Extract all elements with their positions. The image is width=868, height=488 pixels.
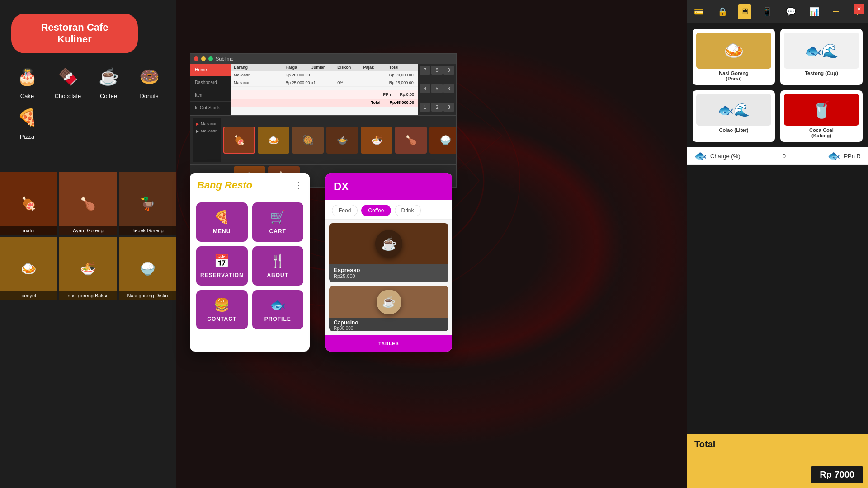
category-item[interactable]: 🎂 Cake [9,63,45,99]
burger-icon: 🍔 [214,297,230,312]
row-total: Rp.25,000.00 [389,80,415,85]
dx-capucino-item[interactable]: ☕ Capucino Rp30,000 [329,286,448,331]
food-item[interactable]: 🍛 penyet [0,237,57,300]
brand-button[interactable]: Restoran Cafe Kuliner [11,14,138,53]
pos-total-row: Total Rp.45,000.00 [231,99,418,107]
close-dot[interactable] [194,56,198,61]
col-harga: Harga [286,65,311,70]
ppn-label: PPn R [844,153,861,160]
row-jumlah: x1 [311,80,337,85]
menu-item-colao[interactable]: 🐟🌊 Colao (Liter) [693,90,775,142]
gallery-sidebar-label: Makanan [201,122,217,126]
numpad-1[interactable]: 1 [420,103,430,112]
col-item: Barang [234,65,286,70]
right-total-section: Total Rp 7000 [687,434,868,488]
sidebar-item-item[interactable]: Item [190,89,231,102]
row-total: Rp.20,000.00 [389,73,415,77]
menu-item-nasi-goreng[interactable]: 🍛 Nasi Goreng(Porsi) [693,29,775,85]
food-label: Ayam Goreng [59,226,117,235]
category-item[interactable]: ☕ Coffee [90,63,127,99]
calendar-icon: 📅 [214,253,230,268]
cart-icon: 🛒 [270,210,286,225]
menu-icon[interactable]: ☰ [830,4,842,19]
numpad-4[interactable]: 4 [420,84,430,93]
row-item: Makanan [234,80,286,85]
numpad-2[interactable]: 2 [431,103,442,112]
table-row[interactable]: Makanan Rp.25,000.00 x1 0% Rp.25,000.00 [231,79,418,87]
lock-icon[interactable]: 🔒 [715,4,730,19]
food-item[interactable]: 🍜 nasi goreng Bakso [59,237,117,300]
dx-espresso-item[interactable]: ☕ Espresso Rp25,000 [329,223,448,282]
gallery-sidebar: ▶ Makanan ▶ Makanan [193,118,221,162]
food-label: inalui [0,226,57,235]
category-item[interactable]: 🍫 Chocolate [50,63,86,99]
menu-item-testong[interactable]: 🐟🌊 Testong (Cup) [780,29,863,85]
food-item[interactable]: 🍚 Nasi goreng Disko [119,237,176,300]
gallery-img[interactable]: 🥘 [292,127,324,154]
bang-resto-reservation-btn[interactable]: 📅 RESERVATION [196,246,248,286]
sidebar-item-home[interactable]: Home [190,64,231,76]
tab-coffee[interactable]: Coffee [361,205,391,216]
col-jumlah: Jumlah [311,65,337,70]
numpad-9[interactable]: 9 [443,66,454,75]
cart-label: CART [269,228,286,235]
testong-name: Testong (Cup) [805,70,838,76]
numpad-3[interactable]: 3 [443,103,454,112]
gallery-img[interactable]: 🍜 [361,127,392,154]
table-row[interactable]: Makanan Rp.20,000.00 Rp.20,000.00 [231,71,418,79]
bang-resto-contact-btn[interactable]: 🍔 CONTACT [196,290,248,329]
sidebar-item-in-out-stock[interactable]: In Out Stock [190,102,231,114]
tab-food[interactable]: Food [332,205,358,216]
close-button[interactable]: ✕ [854,4,864,14]
bang-resto-profile-btn[interactable]: 🐟 PROFILE [252,290,304,329]
dx-tabs: Food Coffee Drink [326,200,452,220]
gallery-img[interactable]: 🍖 [223,127,255,154]
gallery-sidebar-makanan2[interactable]: ▶ Makanan [195,127,219,135]
total-amount: Rp 7000 [811,466,863,483]
numpad-8[interactable]: 8 [431,66,442,75]
food-item[interactable]: 🦆 Bebek Goreng [119,172,176,235]
cashier-icon[interactable]: 💳 [691,4,707,19]
numpad-6[interactable]: 6 [443,84,454,93]
chart-icon[interactable]: 📊 [807,4,822,19]
espresso-name: Espresso [334,267,444,273]
category-item[interactable]: 🍩 Donuts [131,63,167,99]
charge-label-group: 🐟 Charge (%) [694,150,740,162]
right-panel: ✕ 💳 🔒 🖥 📱 💬 📊 ☰ ⋮ 🍛 Nasi Goreng(Porsi) 🐟… [687,0,868,488]
gallery-img[interactable]: 🍚 [429,127,457,154]
food-label: nasi goreng Bakso [59,291,117,300]
bang-resto-about-btn[interactable]: 🍴 ABOUT [252,246,304,286]
colao-image: 🐟🌊 [696,94,771,126]
gallery-img[interactable]: 🍛 [258,127,289,154]
category-item[interactable]: 🍕 Pizza [9,104,45,140]
right-toolbar: 💳 🔒 🖥 📱 💬 📊 ☰ ⋮ [687,0,868,23]
gallery-img[interactable]: 🍲 [326,127,358,154]
chat-icon[interactable]: 💬 [783,4,798,19]
maximize-dot[interactable] [208,56,213,61]
numpad-5[interactable]: 5 [431,84,442,93]
gallery-img[interactable]: 🍗 [395,127,427,154]
category-label: Chocolate [55,93,81,99]
tab-drink[interactable]: Drink [395,205,421,216]
food-item[interactable]: 🍗 Ayam Goreng [59,172,117,235]
pos-title: Sublime [216,56,234,61]
bang-resto-menu-btn[interactable]: 🍕 MENU [196,202,248,242]
menu-item-coca-coal[interactable]: 🥤 Coca Coal(Kaleng) [780,90,863,142]
bang-resto-header: Bang Resto ⋮ [190,173,310,196]
charge-row: 🐟 Charge (%) 0 🐟 PPn R [687,147,868,165]
numpad-7[interactable]: 7 [420,66,430,75]
minimize-dot[interactable] [201,56,206,61]
pizza-icon: 🍕 [14,104,41,131]
utensils-icon: 🍴 [270,253,286,268]
ppn-label-group: 🐟 PPn R [828,150,861,162]
food-item[interactable]: 🍖 inalui [0,172,57,235]
mobile-icon[interactable]: 📱 [760,4,775,19]
sidebar-item-dashboard[interactable]: Dashboard [190,76,231,89]
bang-resto-cart-btn[interactable]: 🛒 CART [252,202,304,242]
bang-resto-menu-icon[interactable]: ⋮ [294,180,302,190]
dx-tab-tables[interactable]: TABLES [326,335,452,352]
monitor-icon[interactable]: 🖥 [738,4,751,19]
category-label: Donuts [140,93,158,99]
gallery-sidebar-makanan[interactable]: ▶ Makanan [195,120,219,127]
espresso-price: Rp25,000 [334,273,444,279]
